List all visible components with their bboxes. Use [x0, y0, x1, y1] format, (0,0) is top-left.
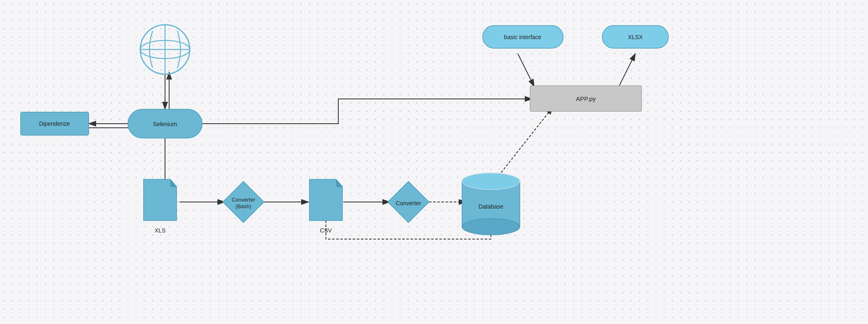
xls-label: XLS — [155, 227, 165, 234]
converter-label: Converter — [396, 200, 421, 207]
dipendenze-label: Dipendenze — [39, 120, 70, 127]
diagram-container: Selenium Dipendenze XLS Converter (Bash)… — [0, 0, 868, 324]
converter-bash-label-1: Converter — [231, 197, 255, 203]
database-node: Database — [462, 173, 520, 235]
xlsx-node: XLSX — [602, 26, 668, 48]
xls-node: XLS — [144, 179, 177, 234]
dipendenze-node: Dipendenze — [21, 112, 89, 135]
svg-point-18 — [462, 218, 520, 235]
arrow-apppy-xlsx — [619, 54, 635, 87]
svg-marker-10 — [170, 179, 177, 187]
converter-bash-node: Converter (Bash) — [223, 181, 264, 223]
selenium-node: Selenium — [128, 109, 202, 138]
csv-label: CSV — [320, 227, 332, 234]
internet-node — [140, 25, 190, 74]
apppy-label: APP.py — [576, 95, 596, 102]
basic-interface-label: basic interface — [504, 34, 541, 40]
svg-marker-13 — [336, 179, 342, 187]
arrow-selenium-apppy — [190, 99, 532, 124]
selenium-label: Selenium — [153, 121, 177, 127]
converter-node: Converter — [388, 181, 429, 223]
architecture-diagram: Selenium Dipendenze XLS Converter (Bash)… — [0, 0, 868, 324]
basic-interface-node: basic interface — [483, 26, 563, 48]
apppy-node: APP.py — [530, 86, 642, 111]
arrow-basic-interface-apppy — [518, 54, 534, 87]
xlsx-label: XLSX — [628, 34, 643, 40]
converter-bash-label-2: (Bash) — [236, 203, 251, 209]
database-label: Database — [479, 203, 503, 210]
